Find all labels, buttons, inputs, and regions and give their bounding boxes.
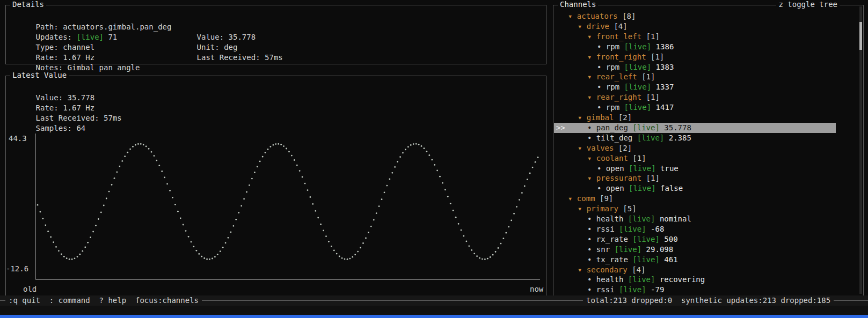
collapse-arrow-icon[interactable]: ▾ — [587, 93, 596, 101]
collapse-arrow-icon[interactable]: ▾ — [587, 154, 596, 162]
channel-row-drive[interactable]: ▾ drive [4] — [554, 21, 836, 32]
group-name: coolant — [596, 154, 628, 162]
child-count: [4] — [609, 22, 628, 31]
channel-row-rpm[interactable]: • rpm [live] 1386 — [554, 42, 836, 52]
channel-value: recovering — [655, 275, 705, 284]
live-tag: [live] — [619, 63, 651, 71]
status-bar: :q quit : command ? help focus:channels … — [0, 295, 868, 306]
channel-row-tilt_deg[interactable]: • tilt_deg [live] 2.385 — [554, 133, 836, 143]
live-tag: [live] — [624, 164, 656, 173]
bullet-icon: • — [597, 103, 606, 112]
x-axis-now-label: now — [530, 285, 543, 293]
bullet-icon: • — [587, 235, 596, 243]
latest-value-panel-title: Latest Value — [10, 71, 69, 79]
bullet-icon: • — [597, 63, 606, 71]
collapse-arrow-icon[interactable]: ▾ — [568, 194, 577, 203]
collapse-arrow-icon[interactable]: ▾ — [587, 174, 596, 182]
collapse-arrow-icon[interactable]: ▾ — [578, 204, 587, 213]
bottom-accent-bar — [0, 315, 868, 318]
channel-value: -68 — [646, 225, 665, 233]
channel-row-secondary[interactable]: ▾ secondary [4] — [554, 265, 836, 275]
bullet-icon: • — [597, 184, 606, 193]
channels-scrollbar-thumb[interactable] — [859, 22, 862, 50]
channel-row-coolant[interactable]: ▾ coolant [1] — [554, 153, 836, 164]
channel-row-front_left[interactable]: ▾ front_left [1] — [554, 32, 836, 42]
bullet-icon: • — [587, 255, 596, 264]
details-panel-title: Details — [10, 0, 46, 9]
channel-row-primary[interactable]: ▾ primary [5] — [554, 204, 836, 214]
channel-name: rx_rate — [596, 235, 628, 243]
channel-name: rssi — [596, 225, 615, 233]
channel-row-rpm[interactable]: • rpm [live] 1417 — [554, 102, 836, 113]
group-name: gimbal — [587, 113, 614, 122]
channel-value: 461 — [660, 255, 678, 264]
selection-marker: >> — [556, 123, 565, 133]
live-tag: [live] — [623, 215, 655, 223]
live-tag: [live] — [610, 245, 641, 254]
bullet-icon: • — [587, 225, 596, 233]
channel-row-rssi[interactable]: • rssi [live] -68 — [554, 224, 836, 234]
channel-value: 35.778 — [660, 123, 691, 132]
channel-name: health — [596, 275, 624, 284]
channel-row-gimbal[interactable]: ▾ gimbal [2] — [554, 113, 836, 123]
channel-row-rpm[interactable]: • rpm [live] 1337 — [554, 82, 836, 92]
collapse-arrow-icon[interactable]: ▾ — [587, 32, 596, 41]
channel-row-front_right[interactable]: ▾ front_right [1] — [554, 52, 836, 62]
channel-value: 1337 — [651, 83, 674, 91]
live-tag: [live] — [628, 123, 660, 132]
detail-last-received-text: Last Received: 57ms — [197, 53, 283, 62]
channel-row-rssi[interactable]: • rssi [live] -79 — [554, 285, 836, 295]
collapse-arrow-icon[interactable]: ▾ — [578, 144, 587, 152]
channels-scrollbar[interactable] — [859, 6, 862, 294]
bullet-icon: • — [587, 245, 596, 254]
channel-value: 2.385 — [664, 134, 691, 142]
group-name: primary — [587, 204, 618, 213]
channel-row-tx_rate[interactable]: • tx_rate [live] 461 — [554, 255, 836, 265]
group-name: rear_right — [596, 93, 641, 101]
channel-row-health[interactable]: • health [live] nominal — [554, 214, 836, 224]
channel-row-valves[interactable]: ▾ valves [2] — [554, 143, 836, 153]
latest-samples: Samples: 64 — [9, 113, 85, 123]
channel-row-rx_rate[interactable]: • rx_rate [live] 500 — [554, 234, 836, 245]
channel-value: false — [656, 184, 683, 193]
live-tag: [live] — [619, 103, 651, 112]
channel-name: health — [596, 215, 624, 223]
trend-dots — [37, 143, 539, 260]
channel-row-rpm[interactable]: • rpm [live] 1383 — [554, 62, 836, 72]
detail-updates: Updates: [live] 71 — [9, 22, 117, 32]
latest-value: Value: 35.778 — [9, 83, 94, 93]
channel-row-snr[interactable]: • snr [live] 29.098 — [554, 245, 836, 255]
channel-row-rear_left[interactable]: ▾ rear_left [1] — [554, 72, 836, 82]
group-name: valves — [587, 144, 614, 152]
detail-value: Value: 35.778 — [170, 22, 256, 32]
channel-value: 500 — [660, 235, 678, 243]
channel-value: -79 — [646, 285, 665, 294]
channel-name: open — [606, 164, 624, 173]
collapse-arrow-icon[interactable]: ▾ — [578, 22, 587, 31]
live-tag: [live] — [619, 42, 651, 51]
bullet-icon: • — [587, 215, 596, 223]
collapse-arrow-icon[interactable]: ▾ — [568, 12, 577, 20]
child-count: [1] — [637, 72, 655, 81]
collapse-arrow-icon[interactable]: ▾ — [578, 265, 587, 274]
channel-row-health[interactable]: • health [live] recovering — [554, 275, 836, 285]
detail-last-received: Last Received: 57ms — [170, 42, 283, 53]
channel-value: true — [656, 164, 679, 173]
channel-row-rear_right[interactable]: ▾ rear_right [1] — [554, 92, 836, 102]
collapse-arrow-icon[interactable]: ▾ — [587, 53, 596, 61]
channel-row-pan_deg[interactable]: >>• pan_deg [live] 35.778 — [554, 123, 836, 133]
channel-row-actuators[interactable]: ▾ actuators [8] — [554, 11, 836, 21]
live-tag: [live] — [632, 134, 664, 142]
channel-name: rpm — [606, 83, 619, 91]
channel-row-open[interactable]: • open [live] true — [554, 164, 836, 174]
channel-row-open[interactable]: • open [live] false — [554, 183, 836, 194]
channel-row-pressurant[interactable]: ▾ pressurant [1] — [554, 173, 836, 183]
x-axis-old-label: old — [23, 285, 37, 293]
channel-value: nominal — [655, 215, 691, 223]
collapse-arrow-icon[interactable]: ▾ — [578, 113, 587, 122]
collapse-arrow-icon[interactable]: ▾ — [587, 72, 596, 81]
group-name: actuators — [577, 12, 618, 20]
channel-value: 1383 — [651, 63, 674, 71]
live-tag: [live] — [623, 275, 655, 284]
channel-row-comm[interactable]: ▾ comm [9] — [554, 194, 836, 204]
